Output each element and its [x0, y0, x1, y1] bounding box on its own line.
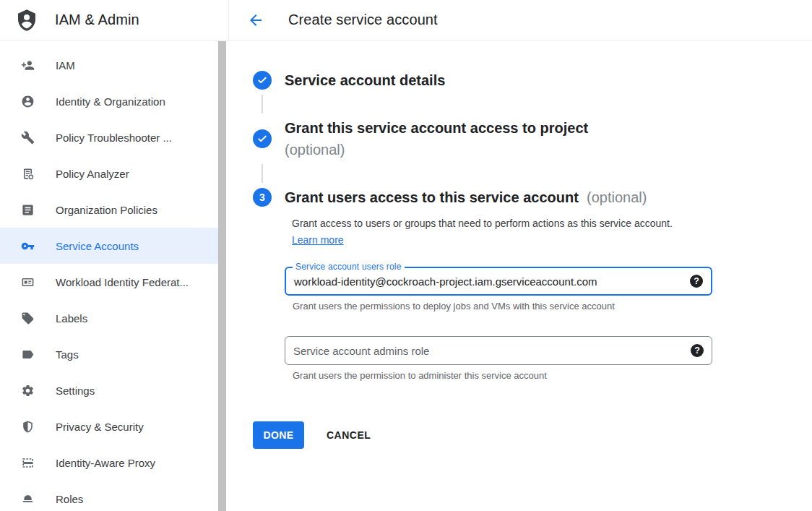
optional-label: (optional): [587, 189, 647, 205]
admins-role-input[interactable]: [285, 345, 691, 357]
main-panel: Create service account Service account d…: [228, 0, 812, 511]
step-title: Grant this service account access to pro…: [285, 117, 588, 160]
back-arrow-icon[interactable]: [247, 12, 264, 29]
iam-shield-logo-icon: [14, 8, 39, 33]
cancel-button[interactable]: CANCEL: [327, 429, 371, 441]
step-grant-access-to-project: Grant this service account access to pro…: [253, 117, 812, 160]
shield-half-icon: [20, 419, 35, 434]
page-header: Create service account: [228, 0, 812, 40]
form-actions: DONE CANCEL: [253, 421, 812, 449]
step-title: Service account details: [285, 69, 445, 91]
gear-icon: [20, 383, 35, 398]
users-role-input[interactable]: [286, 275, 690, 288]
step-service-account-details: Service account details: [253, 69, 812, 91]
wrench-icon: [20, 130, 35, 145]
sidebar-scrollbar-thumb[interactable]: [218, 41, 226, 511]
sidebar-item-label: Organization Policies: [56, 204, 157, 216]
sidebar-item-identity-organization[interactable]: Identity & Organization: [0, 83, 219, 119]
document-icon: [20, 202, 35, 217]
step-title: Grant users access to this service accou…: [285, 186, 712, 208]
step-description-text: Grant access to users or groups that nee…: [292, 218, 673, 229]
sidebar-item-policy-troubleshooter[interactable]: Policy Troubleshooter ...: [0, 119, 219, 155]
learn-more-link[interactable]: Learn more: [292, 234, 344, 246]
check-circle-icon: [253, 71, 272, 90]
step-number-badge: 3: [253, 188, 272, 207]
person-add-icon: [20, 58, 35, 72]
step-grant-users-access: 3 Grant users access to this service acc…: [253, 186, 812, 381]
sidebar-item-label: Privacy & Security: [56, 421, 144, 433]
sidebar-item-label: Identity-Aware Proxy: [56, 457, 155, 469]
step-number: 3: [259, 192, 265, 203]
done-button[interactable]: DONE: [253, 421, 304, 449]
tag-arrow-icon: [20, 347, 35, 361]
users-role-field-label: Service account users role: [293, 262, 405, 272]
help-icon[interactable]: ?: [690, 275, 703, 288]
sidebar-item-settings[interactable]: Settings: [0, 372, 219, 408]
sidebar-item-identity-aware-proxy[interactable]: Identity-Aware Proxy: [0, 445, 219, 481]
sidebar-nav: IAM Identity & Organization Policy Troub…: [0, 40, 228, 511]
help-icon[interactable]: ?: [691, 344, 704, 357]
proxy-icon: [20, 455, 35, 470]
sidebar-item-workload-identity-federation[interactable]: Workload Identity Federat...: [0, 264, 219, 300]
iam-admin-console: IAM & Admin IAM Identity & Organization: [0, 0, 812, 511]
step-connector: [262, 164, 263, 183]
key-icon: [20, 239, 35, 253]
optional-label: (optional): [285, 139, 588, 160]
sidebar-title: IAM & Admin: [55, 12, 139, 28]
users-role-field: Service account users role ?: [285, 267, 712, 296]
admins-role-helper-text: Grant users the permission to administer…: [293, 370, 712, 381]
label-tag-icon: [20, 311, 35, 325]
sidebar-item-privacy-security[interactable]: Privacy & Security: [0, 408, 219, 445]
admins-role-field-group: ? Grant users the permission to administ…: [285, 336, 712, 381]
sidebar-item-service-accounts[interactable]: Service Accounts: [0, 228, 219, 264]
person-circle-icon: [20, 94, 35, 108]
sidebar-item-label: Policy Analyzer: [56, 168, 129, 180]
sidebar: IAM & Admin IAM Identity & Organization: [0, 0, 228, 511]
sidebar-item-label: Identity & Organization: [56, 95, 165, 108]
sidebar-item-label: Labels: [56, 312, 87, 325]
sidebar-item-label: IAM: [56, 59, 75, 72]
document-check-icon: [20, 166, 35, 181]
hat-icon: [20, 491, 35, 506]
users-role-field-group: Service account users role ? Grant users…: [285, 267, 712, 312]
sidebar-item-label: Service Accounts: [56, 240, 139, 252]
sidebar-item-label: Roles: [56, 493, 83, 505]
sidebar-item-label: Settings: [56, 385, 95, 397]
sidebar-item-policy-analyzer[interactable]: Policy Analyzer: [0, 155, 219, 192]
step-connector: [262, 95, 263, 113]
sidebar-header: IAM & Admin: [0, 0, 228, 40]
sidebar-item-label: Workload Identity Federat...: [56, 276, 189, 288]
admins-role-field: ?: [285, 336, 712, 365]
step-description: Grant access to users or groups that nee…: [292, 215, 691, 249]
sidebar-item-labels[interactable]: Labels: [0, 300, 219, 336]
badge-card-icon: [20, 275, 35, 289]
sidebar-item-label: Tags: [56, 348, 79, 361]
step-title-text: Grant this service account access to pro…: [285, 120, 588, 136]
sidebar-scrollbar-track: [217, 41, 227, 511]
users-role-helper-text: Grant users the permissions to deploy jo…: [293, 301, 712, 312]
sidebar-item-roles[interactable]: Roles: [0, 481, 219, 511]
wizard-content: Service account details Grant this servi…: [228, 40, 812, 449]
sidebar-item-iam[interactable]: IAM: [0, 47, 219, 83]
page-title: Create service account: [288, 12, 438, 28]
sidebar-item-organization-policies[interactable]: Organization Policies: [0, 192, 219, 228]
check-circle-icon: [253, 129, 272, 148]
step-title-text: Grant users access to this service accou…: [285, 189, 579, 205]
sidebar-item-label: Policy Troubleshooter ...: [56, 132, 172, 144]
sidebar-item-tags[interactable]: Tags: [0, 336, 219, 372]
